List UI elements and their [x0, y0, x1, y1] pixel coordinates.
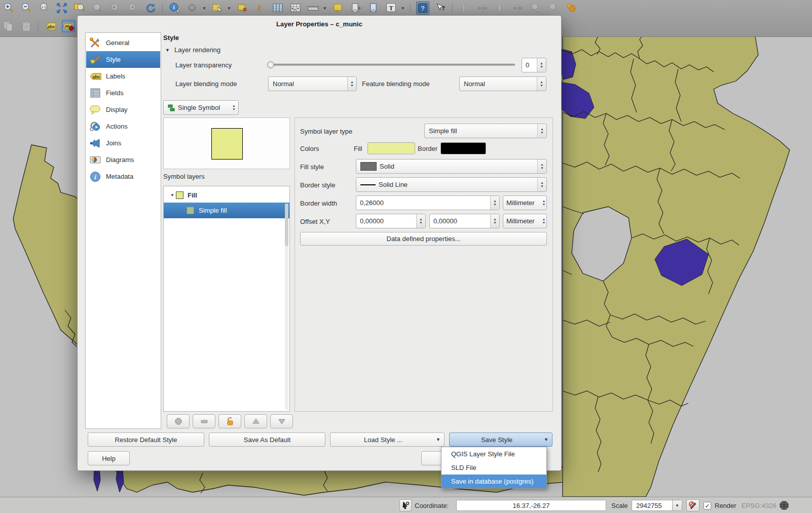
dropdown-arrow-icon[interactable]: ▼	[401, 6, 405, 11]
sidebar-item-metadata[interactable]: i Metadata	[86, 168, 160, 185]
sidebar-item-diagrams[interactable]: Diagrams	[86, 151, 160, 168]
layer-rendering-label[interactable]: Layer rendering	[174, 46, 220, 54]
dropdown-arrow-icon[interactable]: ▼	[672, 500, 682, 510]
save-style-button[interactable]: Save Style ▼	[449, 432, 552, 447]
dropdown-arrow-icon[interactable]: ▼	[202, 6, 206, 11]
collapse-arrow-icon[interactable]: ▼	[165, 48, 170, 53]
layer-blending-combo[interactable]: Normal ▲▼	[268, 76, 357, 91]
remove-symbol-layer-button[interactable]	[193, 414, 215, 428]
field-calculator-icon[interactable]	[289, 2, 302, 15]
touch-icon[interactable]	[565, 2, 578, 15]
help-button[interactable]: Help	[88, 451, 130, 465]
sidebar-item-actions[interactable]: Actions	[86, 118, 160, 135]
zoom-in-icon[interactable]	[2, 2, 15, 15]
attribute-table-icon[interactable]	[271, 2, 284, 15]
layer-properties-dialog: Layer Properties – c_munic General Style…	[77, 15, 562, 471]
crs-status-icon[interactable]	[778, 499, 791, 511]
lock-icon	[226, 417, 234, 426]
reshape-features-icon[interactable]	[476, 2, 489, 15]
expander-icon[interactable]: ▼	[169, 193, 176, 198]
scale-combo[interactable]: 2942755 ▼	[632, 500, 682, 511]
refresh-icon[interactable]	[144, 2, 157, 15]
offset-y-spinbox[interactable]: 0,00000 ▲▼	[429, 214, 500, 228]
zoom-next-icon[interactable]	[126, 2, 139, 15]
sidebar-item-labels[interactable]: abc Labels	[86, 68, 160, 85]
paste-style-icon[interactable]	[20, 20, 33, 33]
single-symbol-icon	[168, 104, 175, 111]
offset-x-spinbox[interactable]: 0,00000 ▲▼	[356, 214, 426, 228]
tree-row-fill[interactable]: ▼ Fill	[164, 187, 289, 203]
zoom-out-icon[interactable]	[20, 2, 33, 15]
renderer-combo[interactable]: Single Symbol ▲▼	[163, 100, 239, 115]
restore-default-style-button[interactable]: Restore Default Style	[88, 432, 204, 447]
spin-arrows-icon[interactable]: ▲▼	[537, 58, 546, 72]
mouse-position-icon[interactable]	[399, 499, 412, 511]
transparency-slider-handle[interactable]	[267, 61, 274, 68]
data-defined-properties-button[interactable]: Data defined properties...	[300, 232, 547, 246]
zoom-full-icon[interactable]	[55, 2, 68, 15]
tree-row-simple-fill[interactable]: Simple fill	[164, 203, 289, 218]
zoom-to-selection-icon[interactable]	[73, 2, 86, 15]
zoom-actual-icon[interactable]: 1:1	[38, 2, 51, 15]
sidebar-item-display[interactable]: Display	[86, 101, 160, 118]
map-tips-icon[interactable]	[331, 2, 345, 15]
stop-render-icon[interactable]	[686, 499, 699, 511]
add-symbol-layer-button[interactable]	[167, 414, 190, 428]
border-width-spinbox[interactable]: 0,26000 ▲▼	[356, 195, 500, 210]
move-up-button[interactable]	[244, 414, 267, 428]
transparency-spinbox[interactable]: 0 ▲▼	[522, 58, 546, 72]
save-style-menu: QGIS Layer Style File SLD File Save in d…	[441, 447, 547, 489]
move-down-button[interactable]	[270, 414, 293, 428]
symbol-layer-type-combo[interactable]: Simple fill ▲▼	[424, 124, 547, 138]
label-abc-icon[interactable]: abc	[44, 20, 57, 33]
save-as-default-button[interactable]: Save As Default	[209, 432, 325, 447]
tree-scrollbar[interactable]	[285, 204, 288, 410]
spin-arrows-icon[interactable]: ▲▼	[416, 214, 425, 228]
border-width-unit-combo[interactable]: Millimeter ▲▼	[503, 195, 547, 210]
offset-curve-2-icon[interactable]	[494, 2, 507, 15]
run-feature-action-icon[interactable]	[186, 2, 199, 15]
border-color-button[interactable]	[440, 142, 486, 154]
lock-symbol-layer-button[interactable]	[218, 414, 241, 428]
select-by-expression-icon[interactable]: Ɛ	[253, 2, 267, 15]
zoom-last-icon[interactable]	[108, 2, 122, 15]
lower-annotation-icon[interactable]	[547, 2, 560, 15]
show-bookmarks-icon[interactable]	[367, 2, 380, 15]
sidebar-item-joins[interactable]: Joins	[86, 135, 160, 151]
select-features-icon[interactable]	[211, 2, 224, 15]
dropdown-arrow-icon[interactable]: ▼	[323, 6, 327, 11]
border-style-combo[interactable]: Solid Line ▲▼	[356, 177, 547, 192]
menu-item-save-in-database[interactable]: Save in database (postgres)	[441, 475, 546, 488]
offset-curve-icon[interactable]	[458, 2, 471, 15]
feature-blending-combo[interactable]: Normal ▲▼	[459, 76, 546, 91]
raise-annotation-icon[interactable]	[529, 2, 542, 15]
text-annotation-icon[interactable]: T	[385, 2, 398, 15]
reshape-features-2-icon[interactable]	[511, 2, 525, 15]
menu-item-sld-file[interactable]: SLD File	[441, 461, 546, 475]
help-contents-icon[interactable]: ?	[416, 2, 429, 15]
dropdown-arrow-icon[interactable]: ▼	[227, 6, 231, 11]
new-bookmark-icon[interactable]	[349, 2, 362, 15]
move-label-icon[interactable]: ab	[62, 20, 75, 33]
menu-item-qgis-style-file[interactable]: QGIS Layer Style File	[441, 447, 546, 461]
offset-unit-combo[interactable]: Millimeter ▲▼	[503, 214, 547, 228]
spin-arrows-icon[interactable]: ▲▼	[490, 196, 499, 210]
svg-text:Ɛ: Ɛ	[258, 4, 262, 12]
deselect-features-icon[interactable]	[236, 2, 249, 15]
spin-arrows-icon[interactable]: ▲▼	[490, 214, 499, 228]
sidebar-item-general[interactable]: General	[86, 34, 160, 51]
fill-color-button[interactable]	[367, 142, 415, 154]
identify-icon[interactable]: i	[168, 2, 181, 15]
load-style-button[interactable]: Load Style ... ▼	[330, 432, 445, 447]
combo-arrows-icon: ▲▼	[537, 160, 546, 173]
fill-style-combo[interactable]: Solid ▲▼	[356, 159, 547, 174]
sidebar-item-style[interactable]: Style	[86, 51, 160, 68]
transparency-slider[interactable]	[268, 64, 515, 66]
whats-this-icon[interactable]: ?	[434, 2, 447, 15]
render-checkbox[interactable]: ✓	[704, 502, 711, 509]
zoom-to-layer-icon[interactable]	[91, 2, 104, 15]
sidebar-item-fields[interactable]: Fields	[86, 85, 160, 101]
copy-style-icon[interactable]	[2, 20, 15, 33]
coordinate-input[interactable]: 16.37,-26.27	[456, 500, 606, 511]
measure-icon[interactable]	[307, 2, 320, 15]
